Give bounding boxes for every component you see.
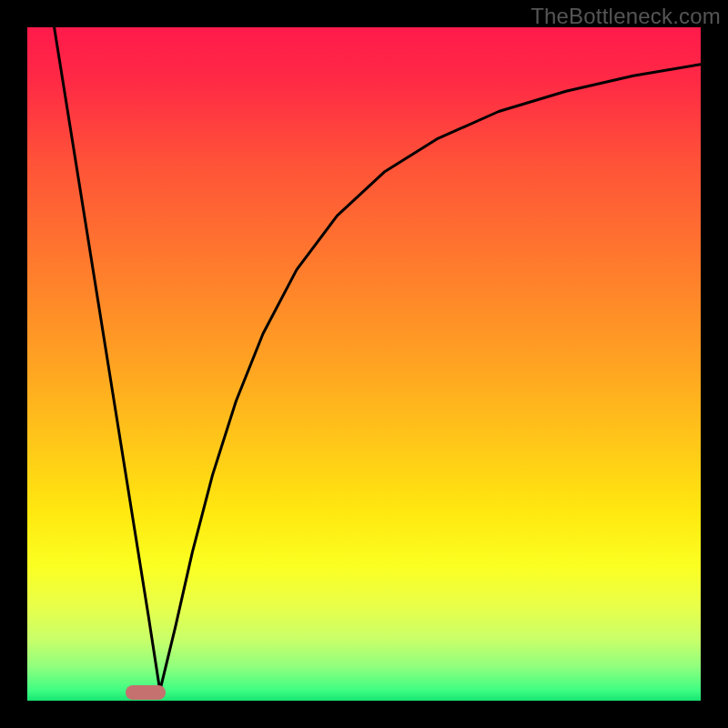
watermark-text: TheBottleneck.com (531, 4, 721, 29)
optimal-marker (126, 685, 166, 700)
plot-svg (27, 27, 701, 701)
chart-frame: TheBottleneck.com (0, 0, 728, 728)
gradient-background (27, 27, 701, 701)
plot-area (27, 27, 701, 701)
